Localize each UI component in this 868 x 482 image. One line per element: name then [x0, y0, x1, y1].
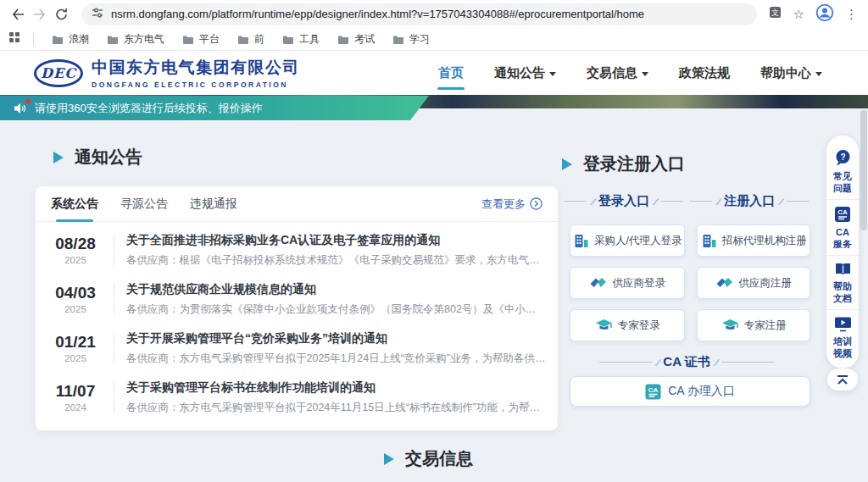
notice-date: 04/032025 — [49, 285, 102, 314]
bookmark-label: 学习 — [409, 32, 430, 47]
notice-list: 08/282025 关于全面推进非招标采购业务CA认证及电子签章应用的通知各供应… — [36, 222, 558, 422]
tab-sourcing-notices[interactable]: 寻源公告 — [120, 186, 168, 221]
button-label: 采购人/代理人登录 — [594, 234, 682, 248]
building-icon — [701, 233, 717, 249]
url-text[interactable]: nsrm.dongfang.com/platform/runtime/epp/d… — [111, 8, 644, 20]
ca-icon: CA — [834, 206, 851, 223]
bookmark-folder[interactable]: 前 — [237, 32, 264, 47]
address-bar[interactable]: nsrm.dongfang.com/platform/runtime/epp/d… — [81, 3, 757, 25]
divider — [114, 234, 114, 266]
question-icon: ? — [834, 149, 852, 167]
notice-date: 01/212025 — [49, 334, 102, 363]
bookmark-folder[interactable]: 工具 — [282, 32, 320, 47]
help-docs-shortcut[interactable]: 帮助文档 — [826, 255, 859, 309]
document-icon — [834, 262, 852, 277]
shortcut-label: 常见问题 — [832, 170, 853, 194]
shortcut-label: 培训视频 — [832, 335, 853, 359]
back-to-top-button[interactable] — [827, 368, 858, 391]
notice-title[interactable]: 关于开展采购管理平台“竞价采购业务”培训的通知 — [126, 331, 546, 346]
section-title-text: 交易信息 — [405, 447, 473, 470]
video-icon — [834, 316, 852, 332]
button-label: CA 办理入口 — [668, 384, 735, 399]
notice-title[interactable]: 关于规范供应商企业规模信息的通知 — [126, 282, 546, 297]
chevron-circle-icon — [530, 197, 542, 210]
section-title-text: 通知公告 — [75, 146, 142, 169]
svg-text:CA: CA — [837, 208, 848, 216]
login-section-title: 登录注册入口 — [561, 152, 685, 175]
supplier-register-button[interactable]: 供应商注册 — [697, 267, 810, 299]
site-header: DEC 中国东方电气集团有限公司 DONGFANG ELECTRIC CORPO… — [0, 51, 868, 95]
bookmark-label: 浪潮 — [69, 32, 89, 47]
login-entry-header: ∕∕登录入口∕∕ — [561, 193, 687, 209]
reload-button[interactable] — [51, 3, 73, 25]
supplier-login-button[interactable]: 供应商登录 — [570, 267, 685, 299]
building-icon — [573, 233, 589, 249]
dec-logo: DEC — [34, 59, 83, 87]
tab-system-notices[interactable]: 系统公告 — [51, 186, 98, 221]
nav-notices[interactable]: 通知公告 — [494, 65, 556, 81]
notices-tabs: 系统公告 寻源公告 违规通报 查看更多 — [36, 186, 558, 222]
notice-item[interactable]: 04/032025 关于规范供应商企业规模信息的通知各供应商：为贯彻落实《保障中… — [36, 274, 558, 324]
notice-desc: 各供应商：为贯彻落实《保障中小企业款项支付条例》（国务院令第802号）及《中小企… — [126, 302, 546, 317]
company-name-cn: 中国东方电气集团有限公司 — [92, 57, 300, 79]
nav-label: 政策法规 — [679, 65, 730, 81]
translate-icon[interactable]: 文 — [769, 6, 782, 23]
bookmark-label: 考试 — [354, 32, 375, 47]
scrollbar[interactable] — [860, 110, 867, 230]
ca-cert-header: ∕∕CA 证书∕∕ — [561, 354, 812, 370]
notice-item[interactable]: 01/212025 关于开展采购管理平台“竞价采购业务”培训的通知各供应商：东方… — [36, 324, 558, 373]
divider — [33, 33, 34, 46]
nav-help-center[interactable]: 帮助中心 — [760, 65, 822, 81]
handshake-icon — [715, 276, 733, 291]
forward-button[interactable] — [29, 3, 51, 25]
company-name-en: DONGFANG ELECTRIC CORPORATION — [92, 80, 300, 89]
purchaser-agent-login-button[interactable]: 采购人/代理人登录 — [570, 224, 685, 257]
ca-service-shortcut[interactable]: CA CA 服务 — [826, 199, 859, 255]
notice-item[interactable]: 08/282025 关于全面推进非招标采购业务CA认证及电子签章应用的通知各供应… — [36, 225, 558, 274]
nav-trade-info[interactable]: 交易信息 — [587, 65, 648, 81]
notice-ticker: 请使用360安全浏览器进行后续投标、报价操作 — [0, 96, 429, 120]
bookmark-folder[interactable]: 考试 — [337, 32, 375, 47]
menu-kebab-icon[interactable]: ⋮ — [845, 7, 858, 22]
notice-title[interactable]: 关于全面推进非招标采购业务CA认证及电子签章应用的通知 — [126, 233, 546, 248]
chevron-down-icon — [642, 72, 648, 76]
back-button[interactable] — [7, 3, 29, 25]
nav-label: 帮助中心 — [760, 65, 811, 81]
apps-grid-icon[interactable] — [8, 31, 20, 47]
to-top-icon — [836, 374, 849, 385]
notice-desc: 各供应商：根据《电子招标投标系统技术规范》《电子采购交易规范》要求，东方电气采购… — [126, 253, 546, 268]
notice-item[interactable]: 11/072024 关于采购管理平台标书在线制作功能培训的通知各供应商：东方电气… — [36, 373, 558, 422]
handshake-icon — [589, 276, 607, 291]
expert-login-button[interactable]: 专家登录 — [570, 309, 685, 341]
shortcut-label: 帮助文档 — [832, 280, 853, 304]
bookmark-label: 前 — [254, 32, 264, 47]
notice-desc: 各供应商：东方电气采购管理平台拟于2024年11月15日上线“标书在线制作”功能… — [126, 401, 546, 415]
bidding-agency-register-button[interactable]: 招标代理机构注册 — [697, 224, 810, 257]
shortcut-label: CA 服务 — [832, 226, 853, 250]
site-info-icon[interactable] — [92, 7, 103, 22]
bookmark-folder[interactable]: 平台 — [182, 32, 220, 47]
nav-policies[interactable]: 政策法规 — [679, 65, 730, 81]
divider — [114, 283, 114, 315]
profile-avatar-icon[interactable] — [815, 3, 834, 25]
button-label: 供应商登录 — [612, 276, 665, 291]
notice-date: 08/282025 — [49, 235, 102, 265]
view-more-link[interactable]: 查看更多 — [481, 197, 542, 212]
bookmark-folder[interactable]: 学习 — [392, 32, 430, 47]
bookmark-label: 工具 — [299, 32, 320, 47]
bookmark-folder[interactable]: 东方电气 — [107, 32, 164, 47]
notice-title[interactable]: 关于采购管理平台标书在线制作功能培训的通知 — [126, 380, 546, 396]
ca-apply-button[interactable]: CA CA 办理入口 — [570, 376, 810, 407]
bookmark-star-icon[interactable]: ☆ — [793, 7, 804, 22]
expert-register-button[interactable]: 专家注册 — [697, 309, 810, 341]
nav-home[interactable]: 首页 — [438, 65, 464, 81]
page: DEC 中国东方电气集团有限公司 DONGFANG ELECTRIC CORPO… — [0, 51, 868, 482]
bookmarks-bar: 浪潮 东方电气 平台 前 工具 考试 学习 — [0, 28, 868, 51]
tab-violation-reports[interactable]: 违规通报 — [190, 186, 237, 221]
chevron-down-icon — [815, 72, 822, 76]
faq-shortcut[interactable]: ? 常见问题 — [826, 143, 859, 199]
training-videos-shortcut[interactable]: 培训视频 — [826, 309, 859, 364]
notification-dot — [25, 99, 31, 104]
bookmark-folder[interactable]: 浪潮 — [52, 32, 89, 47]
section-arrow-icon — [53, 151, 64, 164]
